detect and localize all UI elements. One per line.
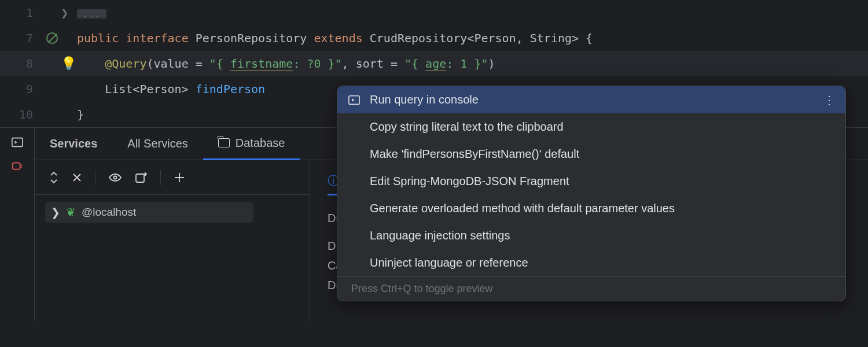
line-number: 7 — [0, 31, 43, 45]
ctx-injection-settings[interactable]: Language injection settings — [337, 222, 845, 249]
eye-icon[interactable] — [108, 172, 122, 183]
svg-rect-0 — [12, 138, 22, 147]
new-tab-icon[interactable] — [135, 171, 148, 184]
datasource-tree[interactable]: ❯ ❦ @localhost — [35, 195, 310, 230]
tab-services[interactable]: Services — [35, 128, 112, 160]
panel-toolbar — [35, 160, 310, 195]
line-number: 1 — [0, 6, 43, 20]
console-icon[interactable] — [11, 136, 24, 149]
more-icon[interactable]: ⋮ — [823, 93, 835, 107]
svg-point-2 — [114, 176, 117, 179]
plus-icon[interactable] — [174, 172, 185, 183]
context-menu: Run query in console ⋮ Copy string liter… — [337, 86, 846, 301]
mongodb-icon: ❦ — [66, 205, 76, 219]
ctx-make-default[interactable]: Make 'findPersonsByFirstName()' default — [337, 141, 845, 168]
folded-code[interactable]: ... — [77, 9, 106, 19]
svg-rect-3 — [136, 174, 144, 182]
tab-database[interactable]: Database — [203, 128, 300, 160]
ctx-edit-fragment[interactable]: Edit Spring-MongoDB-JSON Fragment — [337, 168, 845, 195]
ctx-generate-overload[interactable]: Generate overloaded method with default … — [337, 195, 845, 222]
fold-chevron-icon[interactable]: ❯ — [61, 8, 72, 19]
no-entry-icon — [46, 32, 58, 44]
ctx-run-query[interactable]: Run query in console ⋮ — [337, 86, 845, 113]
tree-node-localhost[interactable]: ❯ ❦ @localhost — [45, 202, 253, 223]
expand-icon[interactable] — [49, 171, 59, 184]
tab-all-services[interactable]: All Services — [112, 128, 203, 160]
run-console-icon — [348, 94, 361, 106]
tree-node-label: @localhost — [82, 206, 136, 219]
line-number: 10 — [0, 108, 43, 121]
close-icon[interactable] — [72, 172, 82, 183]
panel-rail — [0, 128, 35, 320]
ctx-copy-literal[interactable]: Copy string literal text to the clipboar… — [337, 113, 845, 141]
code-line[interactable]: @Query(value = "{ firstname: ?0 }", sort… — [72, 57, 495, 71]
ctx-uninject[interactable]: Uninject language or reference — [337, 249, 845, 276]
line-number: 8 — [0, 57, 43, 71]
svg-rect-1 — [12, 163, 20, 169]
code-line[interactable]: List<Person> findPerson — [72, 82, 265, 96]
ctx-footer-hint: Press Ctrl+Q to toggle preview — [337, 276, 845, 301]
code-line[interactable]: public interface PersonRepository extend… — [72, 31, 593, 45]
chevron-right-icon: ❯ — [51, 206, 60, 219]
code-line[interactable]: } — [72, 108, 84, 121]
line-number: 9 — [0, 82, 43, 96]
folder-icon — [218, 138, 230, 147]
plug-icon[interactable] — [11, 160, 24, 173]
